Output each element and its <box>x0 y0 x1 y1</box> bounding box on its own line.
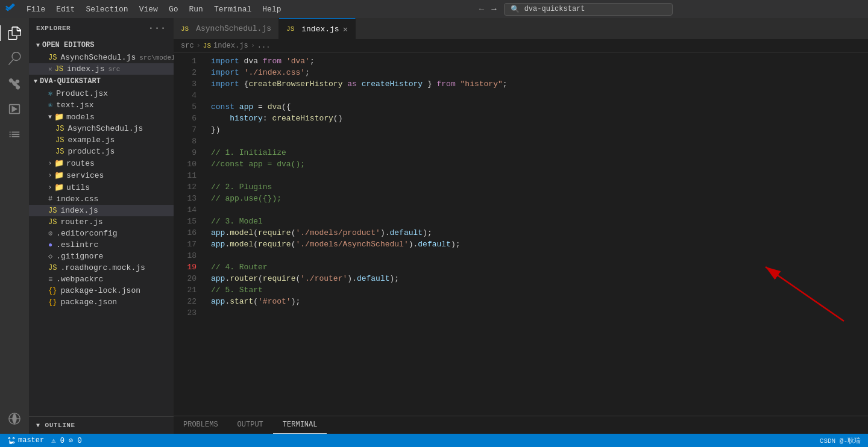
menu-view[interactable]: View <box>134 4 163 15</box>
folder-models[interactable]: ▼ 📁 models <box>29 111 174 123</box>
js-icon: JS <box>48 207 57 215</box>
breadcrumb: src › JS index.js › ... <box>174 39 868 53</box>
folder-routes-name: routes <box>66 159 95 168</box>
file-text-jsx[interactable]: ⚛ text.jsx <box>29 99 174 111</box>
file-webpackrc[interactable]: ≡ .webpackrc <box>29 274 174 285</box>
file-product[interactable]: JS product.js <box>29 146 174 157</box>
code-line-19: // 4. Router <box>204 261 868 273</box>
file-roadhogrc[interactable]: JS .roadhogrc.mock.js <box>29 262 174 274</box>
line-num-13: 13 <box>174 193 197 204</box>
code-line-22: app.start('#root'); <box>204 296 868 307</box>
file-router-name: router.js <box>60 217 102 227</box>
breadcrumb-ellipsis: ... <box>257 42 271 50</box>
menu-selection[interactable]: Selection <box>81 4 133 15</box>
folder-services-name: services <box>66 171 104 180</box>
tabs-bar: JS AsynchSchedul.js JS index.js ✕ <box>174 18 868 39</box>
editor-area: JS AsynchSchedul.js JS index.js ✕ src › … <box>174 18 868 434</box>
line-num-19: 19 <box>174 261 197 273</box>
line-num-22: 22 <box>174 296 197 307</box>
code-line-10: //const app = dva(); <box>204 158 868 170</box>
file-index-css-name: index.css <box>56 195 98 204</box>
line-num-23: 23 <box>174 307 197 319</box>
tab-indexjs[interactable]: JS index.js ✕ <box>279 18 356 39</box>
panel-tab-output[interactable]: OUTPUT <box>228 416 273 434</box>
vscode-logo <box>5 2 16 16</box>
services-chevron: › <box>48 172 52 179</box>
sidebar: EXPLORER ··· ▼ OPEN EDITORS JS AsynchSch… <box>29 18 174 434</box>
menu-go[interactable]: Go <box>164 4 183 15</box>
file-index-css[interactable]: # index.css <box>29 193 174 205</box>
remote-activity-icon[interactable] <box>4 408 25 429</box>
outline-section[interactable]: ▼ OUTLINE <box>29 419 174 431</box>
git-branch: master <box>7 436 44 445</box>
file-editorconfig[interactable]: ⚙ .editorconfig <box>29 228 174 239</box>
output-label: OUTPUT <box>237 420 263 429</box>
file-package-json-name: package.json <box>60 298 117 307</box>
code-content[interactable]: import dva from 'dva'; import './index.c… <box>204 53 868 416</box>
file-product-jsx-name: Product.jsx <box>56 89 108 98</box>
jsx-icon: ⚛ <box>48 89 52 98</box>
project-section[interactable]: ▼ DVA-QUICKSTART <box>29 75 174 88</box>
file-package-json[interactable]: {} package.json <box>29 296 174 308</box>
file-product-jsx[interactable]: ⚛ Product.jsx <box>29 88 174 99</box>
code-line-17: app.model(require('./models/AsynchSchedu… <box>204 239 868 250</box>
file-router[interactable]: JS router.js <box>29 216 174 228</box>
open-editor-indexjs[interactable]: ✕ JS index.js src <box>29 63 174 75</box>
file-index-js[interactable]: JS index.js <box>29 205 174 216</box>
menu-file[interactable]: File <box>22 4 50 15</box>
tab-close-button[interactable]: ✕ <box>343 24 348 34</box>
run-activity-icon[interactable] <box>4 99 25 119</box>
breadcrumb-src: src <box>181 42 194 50</box>
line-num-6: 6 <box>174 113 197 124</box>
tab-js-icon: JS <box>286 25 294 33</box>
open-editors-chevron: ▼ <box>36 42 40 49</box>
file-eslintrc[interactable]: ● .eslintrc <box>29 239 174 251</box>
file-example[interactable]: JS example.js <box>29 134 174 146</box>
code-line-7: }) <box>204 124 868 136</box>
sidebar-more-button[interactable]: ··· <box>148 23 166 34</box>
title-bar: File Edit Selection View Go Run Terminal… <box>0 0 868 18</box>
file-roadhogrc-name: .roadhogrc.mock.js <box>60 263 145 272</box>
line-num-16: 16 <box>174 227 197 239</box>
folder-utils[interactable]: › 📁 utils <box>29 181 174 193</box>
panel-tab-problems[interactable]: PROBLEMS <box>174 416 228 434</box>
file-webpackrc-name: .webpackrc <box>56 275 103 284</box>
nav-back-button[interactable]: ← <box>477 3 486 16</box>
folder-services[interactable]: › 📁 services <box>29 169 174 181</box>
tab-asynchschedul[interactable]: JS AsynchSchedul.js <box>174 18 279 39</box>
folder-icon: 📁 <box>54 183 64 192</box>
open-editor-asynchschedul[interactable]: JS AsynchSchedul.js src\models <box>29 52 174 63</box>
breadcrumb-file: index.js <box>213 42 248 50</box>
status-left: master ⚠ 0 ⊘ 0 <box>7 436 820 445</box>
source-control-activity-icon[interactable] <box>4 73 25 94</box>
file-product-name: product.js <box>68 147 115 156</box>
line-num-21: 21 <box>174 284 197 296</box>
menu-help[interactable]: Help <box>257 4 286 15</box>
file-gitignore[interactable]: ◇ .gitignore <box>29 251 174 262</box>
menu-terminal[interactable]: Terminal <box>209 4 256 15</box>
menu-run[interactable]: Run <box>184 4 207 15</box>
sidebar-title: EXPLORER <box>36 25 71 32</box>
line-num-12: 12 <box>174 181 197 193</box>
explorer-activity-icon[interactable] <box>4 23 25 43</box>
file-package-lock[interactable]: {} package-lock.json <box>29 285 174 296</box>
search-box[interactable]: 🔍 dva-quickstart <box>504 3 673 16</box>
extensions-activity-icon[interactable] <box>4 124 25 145</box>
search-activity-icon[interactable] <box>4 48 25 69</box>
code-line-5: const app = dva({ <box>204 101 868 113</box>
line-num-10: 10 <box>174 158 197 170</box>
folder-routes[interactable]: › 📁 routes <box>29 157 174 169</box>
code-editor[interactable]: 1 2 3 4 5 6 7 8 9 10 11 12 13 14 15 16 1… <box>174 53 868 416</box>
open-editors-section[interactable]: ▼ OPEN EDITORS <box>29 39 174 52</box>
menu-edit[interactable]: Edit <box>51 4 80 15</box>
nav-forward-button[interactable]: → <box>489 3 498 16</box>
file-asynchschedul[interactable]: JS AsynchSchedul.js <box>29 123 174 134</box>
code-line-1: import dva from 'dva'; <box>204 55 868 67</box>
json-icon: {} <box>48 298 57 307</box>
line-num-20: 20 <box>174 273 197 284</box>
panel-tab-terminal[interactable]: TERMINAL <box>273 416 327 434</box>
config-icon: ≡ <box>48 275 52 284</box>
code-line-11 <box>204 170 868 181</box>
open-editor-path: src\models <box>139 54 174 61</box>
close-tab-icon[interactable]: ✕ <box>48 65 52 73</box>
